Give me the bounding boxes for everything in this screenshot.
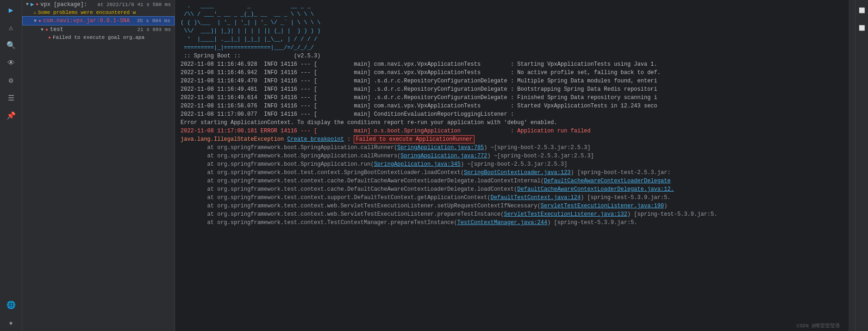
stack-trace-9: at org.springframework.test.context.web.… xyxy=(175,210,849,219)
tree-root-time: at 2022/11/8 41 s 580 ms xyxy=(98,2,171,7)
tree-selected-time: 35 s 904 ms xyxy=(137,18,170,24)
ascii-art-2: /\\ / ___'_ __ _ _(_)_ __ __ _ \ \ \ \ xyxy=(175,10,849,19)
scrollbar[interactable] xyxy=(849,0,855,331)
tree-test-label: test xyxy=(50,26,63,33)
tree-warning-item[interactable]: ⚠ Some problems were encountered w xyxy=(22,9,175,16)
stack-trace-3: at org.springframework.boot.SpringApplic… xyxy=(175,160,849,169)
error-context-line: Error starting ApplicationContext. To di… xyxy=(175,119,849,127)
error-icon-2: ● xyxy=(38,19,41,24)
tree-test-time: 21 s 893 ms xyxy=(137,27,171,32)
expand-arrow-3: ▼ xyxy=(41,27,44,32)
link-2[interactable]: SpringApplication.java:772 xyxy=(400,153,487,159)
tree-root-item[interactable]: ▼ ▶ ● vpx [package]: at 2022/11/8 41 s 5… xyxy=(22,0,175,9)
error-icon: ● xyxy=(36,2,38,7)
settings-sidebar-icon[interactable]: ⚙ xyxy=(3,72,19,89)
tree-failed-label: Failed to execute goal org.apa xyxy=(53,35,144,40)
far-right-sidebar: ⬜ ⬜ xyxy=(855,0,868,331)
log-line-6: 2022-11-08 11:16:58.076 INFO 14116 --- [… xyxy=(175,102,849,110)
run-panel: ▼ ▶ ● vpx [package]: at 2022/11/8 41 s 5… xyxy=(22,0,175,331)
tree-selected-item[interactable]: ▼ ● com.navi:vpx.jar:0.0.1-SNA 35 s 904 … xyxy=(22,16,175,25)
watermark: CSDN @稀莹莹莹香 xyxy=(796,322,840,329)
play-icon: ▶ xyxy=(31,1,34,8)
tree-test-item[interactable]: ▼ ● test 21 s 893 ms xyxy=(22,25,175,34)
ascii-art-4: \\/ ___)| |_)| | | | | || (_| | ) ) ) ) xyxy=(175,27,849,35)
tree-selected-label: com.navi:vpx.jar:0.0.1-SNA xyxy=(43,18,130,24)
spring-boot-line: :: Spring Boot :: (v2.5.3) xyxy=(175,52,849,60)
link-9[interactable]: ServletTestExecutionListener.java:132 xyxy=(504,211,627,218)
expand-arrow: ▼ xyxy=(26,2,29,7)
log-line-7: 2022-11-08 11:17:00.077 INFO 14116 --- [… xyxy=(175,110,849,119)
far-right-icon-2[interactable]: ⬜ xyxy=(854,19,868,36)
warning-sidebar-icon[interactable]: ⚠ xyxy=(3,19,19,36)
log-line-2: 2022-11-08 11:16:46.942 INFO 14116 --- [… xyxy=(175,69,849,77)
exception-text: java.lang.IllegalStateException Create b… xyxy=(181,136,354,143)
stack-trace-2: at org.springframework.boot.SpringApplic… xyxy=(175,152,849,160)
link-3[interactable]: SpringApplication.java:345 xyxy=(374,161,461,168)
main-console: . ____ _ __ _ _ /\\ / ___'_ __ _ _(_)_ _… xyxy=(175,0,849,331)
stack-trace-7: at org.springframework.test.context.supp… xyxy=(175,194,849,202)
web-sidebar-icon[interactable]: 🌐 xyxy=(3,297,19,313)
run-icon[interactable]: ▶ xyxy=(3,2,19,19)
stack-trace-8: at org.springframework.test.context.web.… xyxy=(175,202,849,210)
eye-sidebar-icon[interactable]: 👁 xyxy=(3,55,19,71)
link-8[interactable]: ServletTestExecutionListener.java:190 xyxy=(541,203,664,209)
create-breakpoint-link[interactable]: Create breakpoint xyxy=(287,136,343,143)
console-output[interactable]: . ____ _ __ _ _ /\\ / ___'_ __ _ _(_)_ _… xyxy=(175,0,849,331)
link-4[interactable]: SpringBootContextLoader.java:123 xyxy=(464,169,570,176)
error-icon-3: ● xyxy=(45,27,48,32)
log-line-3: 2022-11-08 11:16:49.470 INFO 14116 --- [… xyxy=(175,77,849,85)
log-line-1: 2022-11-08 11:16:46.928 INFO 14116 --- [… xyxy=(175,60,849,69)
failed-to-execute-highlight: Failed to execute ApplicationRunner xyxy=(354,135,474,144)
ascii-art-5: ' |____| .__|_| |_|_| |_\__, | / / / / xyxy=(175,35,849,44)
link-5[interactable]: DefaultCacheAwareContextLoaderDelegate xyxy=(544,178,671,184)
error-icon-4: ● xyxy=(48,35,51,40)
far-right-icon-1[interactable]: ⬜ xyxy=(854,2,868,19)
log-line-5: 2022-11-08 11:16:49.614 INFO 14116 --- [… xyxy=(175,94,849,102)
stack-trace-6: at org.springframework.test.context.cach… xyxy=(175,185,849,194)
pin-sidebar-icon[interactable]: 📌 xyxy=(3,107,19,124)
tree-root-label: vpx [package]: xyxy=(40,1,87,8)
error-log-line: 2022-11-08 11:17:00.181 ERROR 14116 --- … xyxy=(175,127,849,135)
favorites-sidebar-icon[interactable]: ★ xyxy=(3,314,19,331)
log-line-4: 2022-11-08 11:16:49.481 INFO 14116 --- [… xyxy=(175,85,849,94)
stack-trace-1: at org.springframework.boot.SpringApplic… xyxy=(175,144,849,152)
ascii-art-3: ( ( )\___ | '_ | '_| | '_ \/ _` | \ \ \ … xyxy=(175,19,849,27)
stack-trace-10: at org.springframework.test.context.Test… xyxy=(175,219,849,227)
stack-trace-5: at org.springframework.test.context.cach… xyxy=(175,177,849,185)
link-1[interactable]: SpringApplication.java:785 xyxy=(397,144,484,151)
stack-trace-4: at org.springframework.boot.test.context… xyxy=(175,169,849,177)
link-6[interactable]: DefaultCacheAwareContextLoaderDelegate.j… xyxy=(517,186,674,193)
ascii-art-1: . ____ _ __ _ _ xyxy=(175,2,849,10)
ascii-art-6: =========|_|==============|___/=/_/_/_/ xyxy=(175,44,849,52)
left-sidebar: ▶ ⚠ 🔍 👁 ⚙ ☰ 📌 🌐 ★ xyxy=(0,0,22,331)
expand-arrow-2: ▼ xyxy=(34,19,37,24)
warning-label: Some problems were encountered w xyxy=(38,10,136,15)
search-sidebar-icon[interactable]: 🔍 xyxy=(3,37,19,54)
structure-sidebar-icon[interactable]: ☰ xyxy=(3,90,19,106)
warn-icon: ⚠ xyxy=(33,10,36,15)
link-10[interactable]: TestContextManager.java:244 xyxy=(457,219,547,226)
exception-line: java.lang.IllegalStateException Create b… xyxy=(175,135,849,144)
tree-failed-item[interactable]: ● Failed to execute goal org.apa xyxy=(22,34,175,41)
link-7[interactable]: DefaultTestContext.java:124 xyxy=(491,194,581,201)
